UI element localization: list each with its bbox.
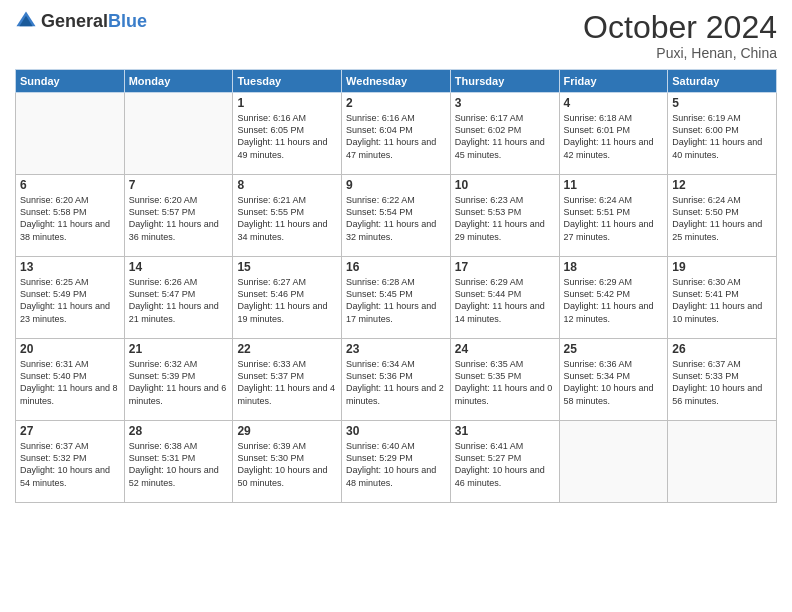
calendar-cell [668, 421, 777, 503]
calendar-cell: 7Sunrise: 6:20 AM Sunset: 5:57 PM Daylig… [124, 175, 233, 257]
day-info: Sunrise: 6:32 AM Sunset: 5:39 PM Dayligh… [129, 358, 229, 407]
day-info: Sunrise: 6:33 AM Sunset: 5:37 PM Dayligh… [237, 358, 337, 407]
weekday-header-monday: Monday [124, 70, 233, 93]
calendar-cell: 17Sunrise: 6:29 AM Sunset: 5:44 PM Dayli… [450, 257, 559, 339]
day-number: 30 [346, 424, 446, 438]
day-info: Sunrise: 6:16 AM Sunset: 6:04 PM Dayligh… [346, 112, 446, 161]
logo-icon [15, 10, 37, 32]
calendar-body: 1Sunrise: 6:16 AM Sunset: 6:05 PM Daylig… [16, 93, 777, 503]
day-info: Sunrise: 6:19 AM Sunset: 6:00 PM Dayligh… [672, 112, 772, 161]
day-info: Sunrise: 6:41 AM Sunset: 5:27 PM Dayligh… [455, 440, 555, 489]
day-number: 22 [237, 342, 337, 356]
calendar-cell: 4Sunrise: 6:18 AM Sunset: 6:01 PM Daylig… [559, 93, 668, 175]
day-info: Sunrise: 6:39 AM Sunset: 5:30 PM Dayligh… [237, 440, 337, 489]
day-info: Sunrise: 6:34 AM Sunset: 5:36 PM Dayligh… [346, 358, 446, 407]
calendar-cell: 24Sunrise: 6:35 AM Sunset: 5:35 PM Dayli… [450, 339, 559, 421]
calendar-cell: 20Sunrise: 6:31 AM Sunset: 5:40 PM Dayli… [16, 339, 125, 421]
day-info: Sunrise: 6:36 AM Sunset: 5:34 PM Dayligh… [564, 358, 664, 407]
calendar-table: SundayMondayTuesdayWednesdayThursdayFrid… [15, 69, 777, 503]
calendar-week-4: 20Sunrise: 6:31 AM Sunset: 5:40 PM Dayli… [16, 339, 777, 421]
day-info: Sunrise: 6:25 AM Sunset: 5:49 PM Dayligh… [20, 276, 120, 325]
header: General Blue October 2024 Puxi, Henan, C… [15, 10, 777, 61]
day-number: 3 [455, 96, 555, 110]
calendar-cell: 15Sunrise: 6:27 AM Sunset: 5:46 PM Dayli… [233, 257, 342, 339]
weekday-header-saturday: Saturday [668, 70, 777, 93]
calendar-cell: 31Sunrise: 6:41 AM Sunset: 5:27 PM Dayli… [450, 421, 559, 503]
day-number: 23 [346, 342, 446, 356]
day-info: Sunrise: 6:40 AM Sunset: 5:29 PM Dayligh… [346, 440, 446, 489]
weekday-header-wednesday: Wednesday [342, 70, 451, 93]
day-number: 28 [129, 424, 229, 438]
calendar-cell: 6Sunrise: 6:20 AM Sunset: 5:58 PM Daylig… [16, 175, 125, 257]
calendar-cell: 23Sunrise: 6:34 AM Sunset: 5:36 PM Dayli… [342, 339, 451, 421]
day-info: Sunrise: 6:35 AM Sunset: 5:35 PM Dayligh… [455, 358, 555, 407]
calendar-week-1: 1Sunrise: 6:16 AM Sunset: 6:05 PM Daylig… [16, 93, 777, 175]
day-number: 4 [564, 96, 664, 110]
weekday-header-row: SundayMondayTuesdayWednesdayThursdayFrid… [16, 70, 777, 93]
logo: General Blue [15, 10, 147, 32]
day-info: Sunrise: 6:27 AM Sunset: 5:46 PM Dayligh… [237, 276, 337, 325]
calendar-cell: 30Sunrise: 6:40 AM Sunset: 5:29 PM Dayli… [342, 421, 451, 503]
day-info: Sunrise: 6:29 AM Sunset: 5:44 PM Dayligh… [455, 276, 555, 325]
weekday-header-friday: Friday [559, 70, 668, 93]
calendar-cell: 16Sunrise: 6:28 AM Sunset: 5:45 PM Dayli… [342, 257, 451, 339]
calendar-cell: 18Sunrise: 6:29 AM Sunset: 5:42 PM Dayli… [559, 257, 668, 339]
calendar-cell: 9Sunrise: 6:22 AM Sunset: 5:54 PM Daylig… [342, 175, 451, 257]
day-info: Sunrise: 6:29 AM Sunset: 5:42 PM Dayligh… [564, 276, 664, 325]
day-info: Sunrise: 6:37 AM Sunset: 5:33 PM Dayligh… [672, 358, 772, 407]
calendar-cell: 21Sunrise: 6:32 AM Sunset: 5:39 PM Dayli… [124, 339, 233, 421]
day-number: 17 [455, 260, 555, 274]
calendar-cell: 1Sunrise: 6:16 AM Sunset: 6:05 PM Daylig… [233, 93, 342, 175]
calendar-cell: 8Sunrise: 6:21 AM Sunset: 5:55 PM Daylig… [233, 175, 342, 257]
weekday-header-thursday: Thursday [450, 70, 559, 93]
calendar-cell: 12Sunrise: 6:24 AM Sunset: 5:50 PM Dayli… [668, 175, 777, 257]
day-info: Sunrise: 6:26 AM Sunset: 5:47 PM Dayligh… [129, 276, 229, 325]
calendar-header: SundayMondayTuesdayWednesdayThursdayFrid… [16, 70, 777, 93]
day-number: 31 [455, 424, 555, 438]
day-info: Sunrise: 6:20 AM Sunset: 5:58 PM Dayligh… [20, 194, 120, 243]
calendar-cell: 14Sunrise: 6:26 AM Sunset: 5:47 PM Dayli… [124, 257, 233, 339]
day-number: 16 [346, 260, 446, 274]
day-number: 10 [455, 178, 555, 192]
day-info: Sunrise: 6:18 AM Sunset: 6:01 PM Dayligh… [564, 112, 664, 161]
weekday-header-tuesday: Tuesday [233, 70, 342, 93]
weekday-header-sunday: Sunday [16, 70, 125, 93]
day-number: 21 [129, 342, 229, 356]
day-number: 27 [20, 424, 120, 438]
day-info: Sunrise: 6:23 AM Sunset: 5:53 PM Dayligh… [455, 194, 555, 243]
calendar-week-5: 27Sunrise: 6:37 AM Sunset: 5:32 PM Dayli… [16, 421, 777, 503]
month-title: October 2024 [583, 10, 777, 45]
logo-blue: Blue [108, 12, 147, 30]
day-number: 6 [20, 178, 120, 192]
day-info: Sunrise: 6:31 AM Sunset: 5:40 PM Dayligh… [20, 358, 120, 407]
title-block: October 2024 Puxi, Henan, China [583, 10, 777, 61]
day-number: 9 [346, 178, 446, 192]
day-info: Sunrise: 6:22 AM Sunset: 5:54 PM Dayligh… [346, 194, 446, 243]
calendar-cell: 29Sunrise: 6:39 AM Sunset: 5:30 PM Dayli… [233, 421, 342, 503]
calendar-cell [16, 93, 125, 175]
day-info: Sunrise: 6:38 AM Sunset: 5:31 PM Dayligh… [129, 440, 229, 489]
day-number: 11 [564, 178, 664, 192]
logo-general: General [41, 12, 108, 30]
day-number: 12 [672, 178, 772, 192]
day-number: 14 [129, 260, 229, 274]
calendar-cell: 26Sunrise: 6:37 AM Sunset: 5:33 PM Dayli… [668, 339, 777, 421]
day-number: 15 [237, 260, 337, 274]
calendar-cell [124, 93, 233, 175]
calendar-cell: 10Sunrise: 6:23 AM Sunset: 5:53 PM Dayli… [450, 175, 559, 257]
day-number: 1 [237, 96, 337, 110]
calendar-cell: 19Sunrise: 6:30 AM Sunset: 5:41 PM Dayli… [668, 257, 777, 339]
day-info: Sunrise: 6:17 AM Sunset: 6:02 PM Dayligh… [455, 112, 555, 161]
day-number: 26 [672, 342, 772, 356]
day-info: Sunrise: 6:24 AM Sunset: 5:51 PM Dayligh… [564, 194, 664, 243]
day-info: Sunrise: 6:28 AM Sunset: 5:45 PM Dayligh… [346, 276, 446, 325]
day-number: 5 [672, 96, 772, 110]
calendar-page: General Blue October 2024 Puxi, Henan, C… [0, 0, 792, 612]
day-info: Sunrise: 6:16 AM Sunset: 6:05 PM Dayligh… [237, 112, 337, 161]
calendar-cell: 2Sunrise: 6:16 AM Sunset: 6:04 PM Daylig… [342, 93, 451, 175]
calendar-cell: 5Sunrise: 6:19 AM Sunset: 6:00 PM Daylig… [668, 93, 777, 175]
calendar-cell: 27Sunrise: 6:37 AM Sunset: 5:32 PM Dayli… [16, 421, 125, 503]
day-info: Sunrise: 6:24 AM Sunset: 5:50 PM Dayligh… [672, 194, 772, 243]
calendar-cell: 3Sunrise: 6:17 AM Sunset: 6:02 PM Daylig… [450, 93, 559, 175]
location-title: Puxi, Henan, China [583, 45, 777, 61]
